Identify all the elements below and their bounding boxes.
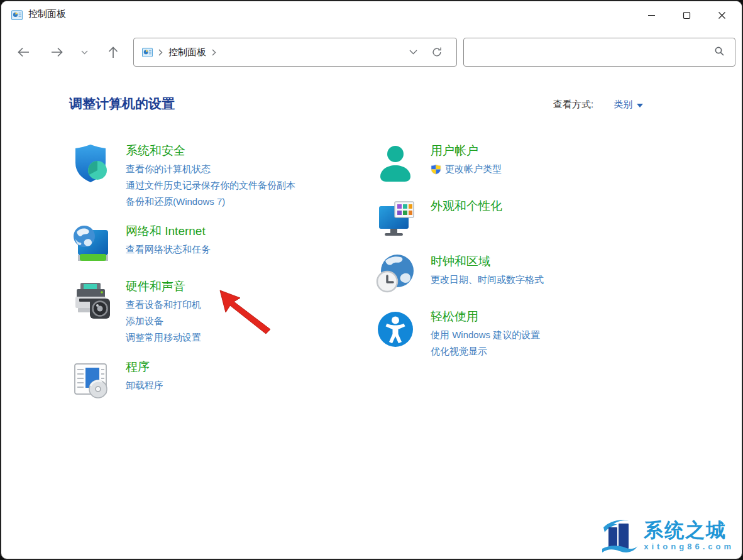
maximize-button[interactable]: [669, 1, 704, 29]
view-by-dropdown[interactable]: 类别: [614, 99, 643, 111]
category-network-internet: 网络和 Internet查看网络状态和任务: [69, 222, 365, 265]
task-link-label: 查看设备和打印机: [126, 297, 201, 313]
refresh-icon[interactable]: [425, 38, 449, 66]
search-box: [463, 38, 735, 67]
watermark-site-url: xitong86.com: [644, 542, 734, 551]
view-by-control: 查看方式: 类别: [553, 99, 643, 111]
task-link[interactable]: 查看网络状态和任务: [126, 241, 211, 258]
task-link[interactable]: 优化视觉显示: [431, 343, 540, 360]
control-panel-icon: [142, 47, 153, 58]
task-link[interactable]: 添加设备: [126, 313, 201, 329]
system-security-icon[interactable]: [69, 142, 112, 185]
address-dropdown-chevron-icon[interactable]: [401, 38, 425, 66]
category-title-programs[interactable]: 程序: [126, 360, 163, 375]
watermark: 系统之城 xitong86.com: [601, 516, 734, 555]
category-title-clock-region[interactable]: 时钟和区域: [431, 254, 544, 269]
task-link-label: 通过文件历史记录保存你的文件备份副本: [126, 177, 295, 194]
chevron-right-icon[interactable]: [212, 49, 216, 56]
task-link-label: 调整常用移动设置: [126, 329, 201, 346]
back-button[interactable]: [13, 38, 33, 66]
clock-region-icon[interactable]: [374, 253, 417, 295]
window-title: 控制面板: [28, 8, 66, 20]
watermark-site-name: 系统之城: [644, 520, 734, 541]
category-user-accounts: 用户帐户更改帐户类型: [374, 142, 682, 185]
close-button[interactable]: [704, 1, 739, 29]
category-title-user-accounts[interactable]: 用户帐户: [431, 143, 502, 158]
category-title-system-security[interactable]: 系统和安全: [126, 143, 295, 158]
task-link-label: 更改帐户类型: [445, 161, 502, 177]
task-link[interactable]: 使用 Windows 建议的设置: [431, 327, 540, 343]
task-link-label: 查看网络状态和任务: [126, 241, 211, 258]
task-link-label: 查看你的计算机状态: [126, 161, 211, 177]
task-link-label: 更改日期、时间或数字格式: [431, 272, 544, 288]
view-by-value: 类别: [614, 99, 632, 111]
task-link-label: 使用 Windows 建议的设置: [431, 327, 540, 343]
address-bar[interactable]: 控制面板: [133, 38, 457, 67]
control-panel-window: 控制面板 控制面板 调整计算机的设置 查看方式: [1, 1, 742, 559]
control-panel-icon: [11, 9, 23, 21]
dropdown-triangle-icon: [637, 104, 643, 107]
personalization-icon[interactable]: [374, 197, 417, 240]
ease-of-access-icon[interactable]: [374, 308, 417, 351]
window-controls: [634, 1, 739, 29]
title-bar: 控制面板: [1, 1, 742, 29]
recent-locations-chevron-icon[interactable]: [78, 38, 91, 66]
category-appearance-personalization: 外观和个性化: [374, 197, 682, 240]
view-by-label: 查看方式:: [553, 99, 593, 111]
breadcrumb-control-panel[interactable]: 控制面板: [168, 47, 206, 58]
watermark-logo-icon: [601, 516, 639, 555]
network-internet-icon[interactable]: [69, 222, 112, 265]
task-link-label: 添加设备: [126, 313, 163, 329]
category-title-ease-of-access[interactable]: 轻松使用: [431, 309, 540, 324]
task-link-label: 备份和还原(Windows 7): [126, 194, 225, 210]
search-icon[interactable]: [714, 46, 725, 59]
task-link[interactable]: 查看你的计算机状态: [126, 161, 295, 177]
category-title-appearance-personalization[interactable]: 外观和个性化: [431, 199, 502, 214]
category-ease-of-access: 轻松使用使用 Windows 建议的设置优化视觉显示: [374, 308, 682, 360]
task-link-label: 卸载程序: [126, 377, 163, 393]
task-link[interactable]: 调整常用移动设置: [126, 329, 201, 346]
task-link[interactable]: 通过文件历史记录保存你的文件备份副本: [126, 177, 295, 194]
category-title-hardware-sound[interactable]: 硬件和声音: [126, 279, 201, 294]
forward-button[interactable]: [47, 38, 67, 66]
category-system-security: 系统和安全查看你的计算机状态通过文件历史记录保存你的文件备份副本备份和还原(Wi…: [69, 142, 365, 210]
hardware-sound-icon[interactable]: [69, 278, 112, 321]
page-title: 调整计算机的设置: [69, 95, 175, 113]
category-clock-region: 时钟和区域更改日期、时间或数字格式: [374, 253, 682, 295]
categories-left-column: 系统和安全查看你的计算机状态通过文件历史记录保存你的文件备份副本备份和还原(Wi…: [69, 142, 365, 414]
chevron-right-icon[interactable]: [158, 49, 163, 56]
minimize-button[interactable]: [634, 1, 669, 29]
category-programs: 程序卸载程序: [69, 358, 365, 401]
task-link[interactable]: 更改帐户类型: [431, 161, 502, 177]
up-button[interactable]: [103, 38, 123, 66]
user-accounts-icon[interactable]: [374, 142, 417, 185]
category-title-network-internet[interactable]: 网络和 Internet: [126, 224, 211, 239]
task-link[interactable]: 备份和还原(Windows 7): [126, 194, 295, 210]
task-link[interactable]: 更改日期、时间或数字格式: [431, 272, 544, 288]
programs-icon[interactable]: [69, 358, 112, 401]
navigation-bar: 控制面板: [1, 36, 742, 68]
categories-right-column: 用户帐户更改帐户类型外观和个性化时钟和区域更改日期、时间或数字格式轻松使用使用 …: [374, 142, 682, 372]
uac-shield-icon: [431, 164, 441, 175]
task-link[interactable]: 查看设备和打印机: [126, 297, 201, 313]
task-link-label: 优化视觉显示: [431, 343, 487, 360]
category-hardware-sound: 硬件和声音查看设备和打印机添加设备调整常用移动设置: [69, 278, 365, 346]
search-input[interactable]: [464, 38, 714, 66]
task-link[interactable]: 卸载程序: [126, 377, 163, 393]
